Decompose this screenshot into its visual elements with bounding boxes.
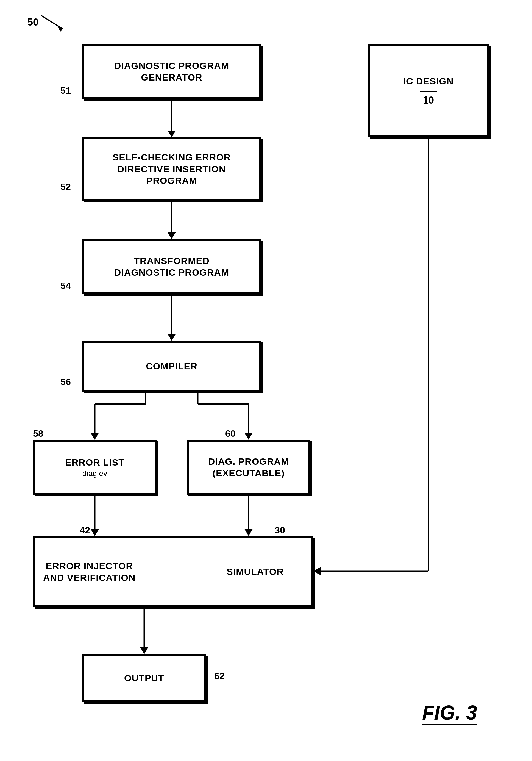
box-compiler-label: COMPILER (146, 360, 197, 372)
box-diagnostic-program-generator: DIAGNOSTIC PROGRAMGENERATOR (82, 44, 261, 99)
box-transformed-label: TRANSFORMEDDIAGNOSTIC PROGRAM (114, 255, 229, 278)
box-diagnostic-label: DIAGNOSTIC PROGRAMGENERATOR (114, 60, 229, 83)
ref-60: 60 (225, 428, 236, 439)
box-error-injector-label: ERROR INJECTORAND VERIFICATION (43, 561, 135, 583)
box-transformed: TRANSFORMEDDIAGNOSTIC PROGRAM (82, 239, 261, 294)
svg-line-0 (41, 15, 63, 29)
ref-51: 51 (60, 85, 71, 96)
box-output: OUTPUT (82, 654, 206, 702)
box-diag-program: DIAG. PROGRAM(EXECUTABLE) (187, 440, 310, 495)
svg-marker-22 (314, 567, 321, 575)
box-simulator-label: SIMULATOR (227, 566, 284, 577)
ref-42: 42 (80, 525, 90, 536)
svg-marker-19 (244, 529, 253, 536)
svg-marker-3 (168, 131, 176, 138)
ref-30: 30 (275, 525, 285, 536)
svg-marker-15 (244, 433, 253, 440)
box-ic-design: IC DESIGN 10 (368, 44, 489, 138)
figure-label: FIG. 3 (422, 701, 477, 725)
svg-marker-17 (91, 529, 99, 536)
box-error-list-sublabel: diag.ev (82, 469, 107, 478)
svg-marker-1 (57, 26, 63, 31)
box-error-list: ERROR LIST diag.ev (33, 440, 157, 495)
box-ic-design-label: IC DESIGN (403, 75, 454, 87)
ref-50-arrow (41, 15, 74, 31)
svg-marker-11 (91, 433, 99, 440)
box-compiler: COMPILER (82, 341, 261, 392)
ref-54: 54 (60, 280, 71, 291)
svg-marker-7 (168, 334, 176, 341)
ref-56: 56 (60, 377, 71, 387)
diagram-container: 50 DIAGNOSTIC PROGRAMGENERATOR 51 SELF-C… (0, 0, 532, 761)
box-simulator-combined: ERROR INJECTORAND VERIFICATION SIMULATOR (33, 536, 313, 607)
svg-marker-24 (140, 647, 148, 654)
ref-62: 62 (214, 671, 225, 681)
ref-52: 52 (60, 181, 71, 192)
ref-50-label: 50 (27, 17, 38, 28)
box-self-checking-label: SELF-CHECKING ERRORDIRECTIVE INSERTIONPR… (113, 151, 231, 187)
box-self-checking: SELF-CHECKING ERRORDIRECTIVE INSERTIONPR… (82, 138, 261, 201)
box-diag-program-label: DIAG. PROGRAM(EXECUTABLE) (208, 456, 289, 479)
svg-marker-5 (168, 232, 176, 239)
box-output-label: OUTPUT (124, 672, 164, 684)
ref-58: 58 (33, 428, 43, 439)
box-error-list-label: ERROR LIST (65, 456, 125, 468)
ref-10: 10 (423, 94, 434, 106)
